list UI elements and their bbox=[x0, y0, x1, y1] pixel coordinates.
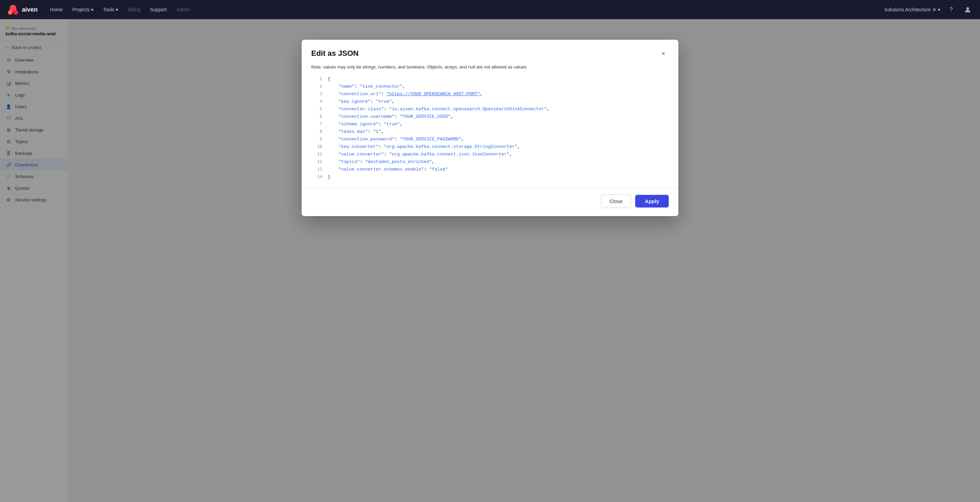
code-line-1: 1 { bbox=[311, 76, 669, 84]
modal-footer: Close Apply bbox=[302, 187, 678, 216]
aiven-logo-icon bbox=[7, 3, 19, 16]
code-line-13: 13 "value.converter.schemas.enable": "fa… bbox=[311, 167, 669, 174]
user-icon[interactable] bbox=[962, 4, 973, 15]
modal-note: Note: values may only be strings, number… bbox=[302, 64, 678, 74]
nav-projects[interactable]: Projects ▾ bbox=[68, 5, 98, 14]
solutions-arch[interactable]: Solutions Architecture ⊞ ▾ bbox=[885, 7, 940, 12]
modal-close-button[interactable]: × bbox=[658, 48, 669, 59]
apply-button[interactable]: Apply bbox=[635, 195, 669, 208]
modal-title: Edit as JSON bbox=[311, 49, 358, 58]
nav-admin[interactable]: Admin bbox=[172, 5, 194, 14]
code-line-3: 3 "connection.url": "https://YOUR_OPENSE… bbox=[311, 91, 669, 99]
nav-support[interactable]: Support bbox=[146, 5, 171, 14]
modal-header: Edit as JSON × bbox=[302, 40, 678, 64]
code-line-12: 12 "topics": "mastodon_posts_enriched", bbox=[311, 159, 669, 167]
edit-json-modal: Edit as JSON × Note: values may only be … bbox=[302, 40, 678, 216]
close-button[interactable]: Close bbox=[601, 194, 631, 208]
modal-overlay: Edit as JSON × Note: values may only be … bbox=[0, 19, 980, 502]
logo[interactable]: aiven bbox=[7, 3, 38, 16]
nav-billing[interactable]: Billing bbox=[124, 5, 145, 14]
navbar: aiven Home Projects ▾ Tools ▾ Billing Su… bbox=[0, 0, 980, 19]
code-editor[interactable]: 1 { 2 "name": "sink_connector", 3 "conne… bbox=[311, 76, 669, 182]
code-line-5: 5 "connector.class": "io.aiven.kafka.con… bbox=[311, 106, 669, 114]
code-line-2: 2 "name": "sink_connector", bbox=[311, 84, 669, 91]
code-line-7: 7 "schema.ignore": "true", bbox=[311, 122, 669, 129]
svg-point-1 bbox=[8, 10, 13, 15]
code-line-9: 9 "connection.password": "YOUR_SERVICE_P… bbox=[311, 137, 669, 144]
code-line-6: 6 "connection.username": "YOUR_SERVICE_U… bbox=[311, 114, 669, 122]
svg-point-3 bbox=[966, 7, 969, 10]
code-line-8: 8 "tasks.max": "1", bbox=[311, 129, 669, 137]
code-line-10: 10 "key.converter": "org.apache.kafka.co… bbox=[311, 144, 669, 152]
nav-tools[interactable]: Tools ▾ bbox=[99, 5, 122, 14]
help-icon[interactable]: ? bbox=[946, 4, 957, 15]
nav-right: Solutions Architecture ⊞ ▾ ? bbox=[885, 4, 973, 15]
code-line-14: 14 } bbox=[311, 174, 669, 182]
logo-text: aiven bbox=[22, 6, 38, 13]
nav-home[interactable]: Home bbox=[46, 5, 67, 14]
code-line-4: 4 "key.ignore": "true", bbox=[311, 99, 669, 106]
modal-body[interactable]: 1 { 2 "name": "sink_connector", 3 "conne… bbox=[302, 74, 678, 184]
code-line-11: 11 "value.converter": "org.apache.kafka.… bbox=[311, 152, 669, 159]
nav-links: Home Projects ▾ Tools ▾ Billing Support … bbox=[46, 5, 876, 14]
svg-point-2 bbox=[13, 10, 18, 15]
